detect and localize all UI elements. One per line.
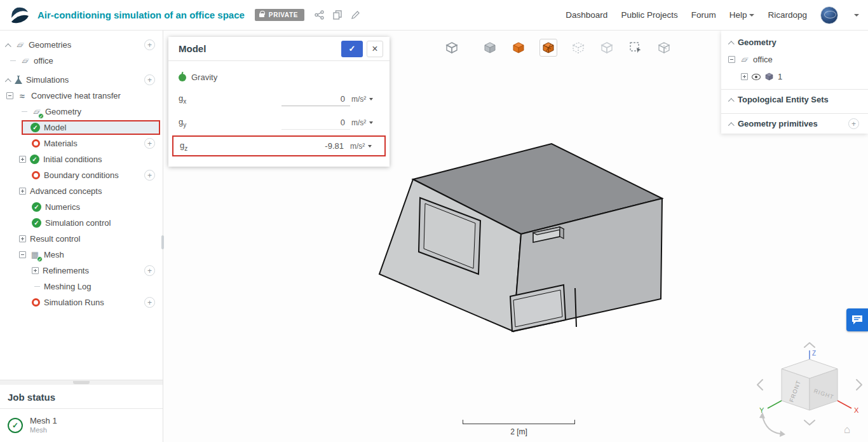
expand-box-icon[interactable] — [19, 188, 26, 195]
gz-unit-dropdown[interactable]: m/s² — [350, 142, 378, 151]
wireframe-view-icon[interactable] — [571, 40, 586, 55]
duplicate-icon[interactable] — [333, 10, 342, 20]
surface-mesh-icon[interactable] — [511, 40, 526, 55]
tree-item-geometry[interactable]: Geometry — [0, 104, 163, 120]
tree-item-simulations[interactable]: Simulations — [0, 72, 163, 88]
expand-box-icon[interactable] — [32, 267, 39, 274]
navigation-cube[interactable]: Z FRONT RIGHT Y X ⌂ — [752, 340, 867, 442]
collapse-chevron-icon[interactable] — [728, 41, 735, 47]
tree-item-model[interactable]: Model — [0, 120, 163, 135]
share-icon[interactable] — [315, 10, 324, 20]
account-chevron-down-icon[interactable] — [854, 14, 859, 17]
tree-item-advanced-concepts[interactable]: Advanced concepts — [0, 183, 163, 199]
scene-tree-topological-entity-sets[interactable]: Topological Entity Sets — [721, 89, 868, 109]
confirm-button[interactable] — [341, 41, 363, 57]
transparent-view-icon[interactable] — [599, 40, 614, 55]
scale-bar: 2 [m] — [463, 420, 575, 436]
chat-bubble-icon — [851, 315, 863, 325]
add-material-button[interactable] — [144, 138, 155, 149]
tree-item-materials[interactable]: Materials — [0, 135, 163, 151]
add-boundary-condition-button[interactable] — [144, 170, 155, 181]
chat-button[interactable] — [846, 308, 868, 331]
tree-item-initial-conditions[interactable]: Initial conditions — [0, 151, 163, 167]
privacy-badge[interactable]: PRIVATE — [255, 9, 304, 21]
gz-input[interactable]: -9.81 — [280, 139, 349, 153]
isometric-view-icon[interactable] — [444, 40, 459, 55]
panel-resize-handle[interactable] — [161, 235, 164, 249]
model-selected-annotation[interactable]: Model — [22, 120, 160, 135]
job-status-item[interactable]: Mesh 1 Mesh — [0, 409, 163, 442]
orbit-up-chevron-icon[interactable] — [804, 343, 815, 347]
rotate-view-arrows-icon[interactable] — [763, 417, 780, 434]
nav-username[interactable]: Ricardopg — [768, 10, 807, 20]
orbit-left-chevron-icon[interactable] — [757, 380, 763, 390]
gy-input[interactable]: 0 — [281, 116, 350, 130]
avatar[interactable] — [820, 6, 838, 24]
check-icon — [32, 202, 41, 212]
nav-help-menu[interactable]: Help — [729, 10, 755, 20]
shaded-view-icon[interactable] — [482, 40, 498, 55]
nav-forum[interactable]: Forum — [691, 10, 716, 20]
add-simulation-run-button[interactable] — [144, 297, 155, 308]
collapse-box-icon[interactable] — [728, 56, 735, 63]
project-title: Air-conditioning simulation of an office… — [37, 10, 245, 20]
collapse-chevron-icon[interactable] — [5, 43, 11, 50]
tree-item-refinements[interactable]: Refinements — [0, 263, 163, 279]
tree-item-boundary-conditions[interactable]: Boundary conditions — [0, 167, 163, 183]
tree-item-simulation-runs[interactable]: Simulation Runs — [0, 294, 163, 310]
tree-item-mesh[interactable]: Mesh — [0, 247, 163, 263]
gravity-icon — [179, 74, 186, 81]
tree-item-convective-heat-transfer[interactable]: Convective heat transfer — [0, 88, 163, 104]
model-settings-dialog: Model Gravity gx 0 m/s² gy 0 m/s² gz -9.… — [168, 37, 390, 167]
collapse-chevron-icon[interactable] — [5, 78, 11, 85]
home-view-icon[interactable]: ⌂ — [844, 424, 850, 436]
tree-item-geometries[interactable]: Geometries — [0, 37, 163, 53]
scene-tree-solid-1[interactable]: 1 — [721, 68, 868, 85]
tree-item-meshing-log[interactable]: Meshing Log — [0, 279, 163, 294]
nav-dashboard[interactable]: Dashboard — [566, 10, 607, 20]
expand-box-icon[interactable] — [19, 235, 26, 242]
y-axis-label: Y — [759, 406, 764, 414]
collapse-handle[interactable] — [73, 381, 90, 384]
expand-box-icon[interactable] — [19, 156, 26, 163]
chevron-down-icon — [369, 121, 373, 124]
orbit-down-chevron-icon[interactable] — [804, 420, 815, 425]
gy-unit-dropdown[interactable]: m/s² — [351, 118, 379, 127]
gx-input[interactable]: 0 — [281, 92, 350, 106]
scene-tree-geometry[interactable]: Geometry — [721, 34, 868, 51]
job-success-icon — [8, 418, 23, 433]
add-simulation-button[interactable] — [144, 74, 155, 85]
check-icon — [31, 123, 40, 132]
tree-connector — [22, 111, 27, 112]
orbit-right-chevron-icon[interactable] — [857, 380, 862, 390]
check-badge-icon — [38, 113, 44, 119]
add-geometry-button[interactable] — [144, 39, 155, 50]
scene-tree-office[interactable]: office — [721, 51, 868, 68]
tree-item-office[interactable]: office — [0, 53, 163, 69]
gx-unit-dropdown[interactable]: m/s² — [351, 95, 379, 104]
app-logo[interactable] — [9, 4, 31, 26]
tree-item-simulation-control[interactable]: Simulation control — [0, 215, 163, 231]
add-refinement-button[interactable] — [144, 265, 155, 276]
surface-mesh-edges-icon[interactable] — [539, 39, 557, 57]
collapse-box-icon[interactable] — [19, 251, 26, 258]
add-geometry-primitive-button[interactable] — [848, 118, 859, 129]
incomplete-icon — [32, 171, 40, 179]
close-button[interactable] — [367, 41, 383, 57]
scene-tree-panel: Geometry office 1 Topological Entity Set… — [721, 31, 868, 134]
solid-cube-icon — [764, 72, 774, 81]
mesh-quality-icon[interactable] — [656, 40, 672, 55]
flask-icon — [15, 76, 22, 84]
collapse-chevron-icon[interactable] — [728, 122, 735, 128]
dialog-title: Model — [179, 43, 341, 54]
collapse-chevron-icon[interactable] — [728, 98, 735, 104]
expand-box-icon[interactable] — [741, 73, 748, 80]
nav-public-projects[interactable]: Public Projects — [621, 10, 677, 20]
collapse-box-icon[interactable] — [6, 92, 13, 99]
scene-tree-geometry-primitives[interactable]: Geometry primitives — [721, 113, 868, 134]
box-select-icon[interactable] — [628, 40, 643, 55]
tree-item-result-control[interactable]: Result control — [0, 231, 163, 247]
rename-icon[interactable] — [351, 11, 360, 20]
visibility-eye-icon[interactable] — [752, 74, 761, 80]
tree-item-numerics[interactable]: Numerics — [0, 199, 163, 215]
